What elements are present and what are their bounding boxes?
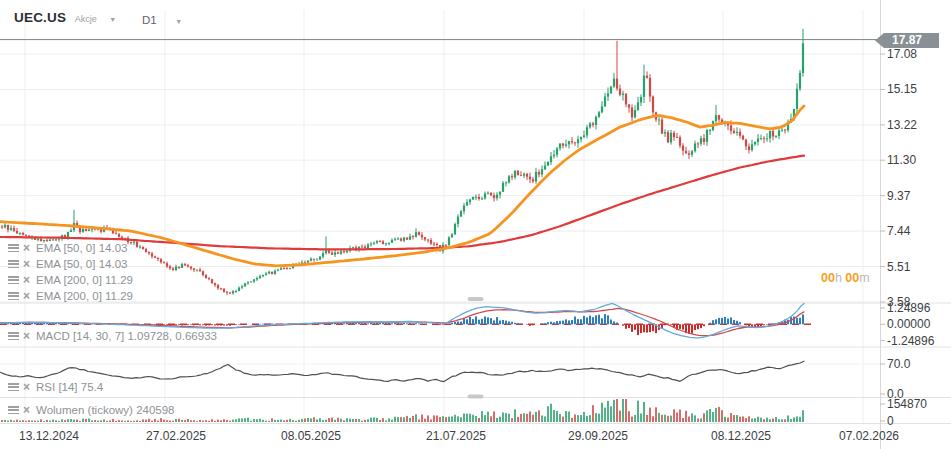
volume-indicator-row: × Wolumen (tickowy) 240598 [8,403,175,417]
macd-axis-label: -1.24896 [887,334,934,348]
date-axis-label: 29.09.2025 [568,429,628,443]
price-axis-label: 15.15 [887,82,917,96]
date-axis-label: 13.12.2024 [19,429,79,443]
price-axis-label: 13.22 [887,118,917,132]
macd-indicator-row: × MACD [14, 30, 7] 1.09728, 0.66933 [8,329,217,343]
market-type-label: Akcje [75,14,97,24]
ema-indicator-label[interactable]: EMA [200, 0] 11.29 [34,290,133,302]
indicator-remove-icon[interactable]: × [23,291,30,301]
macd-indicator-label[interactable]: MACD [14, 30, 7] 1.09728, 0.66933 [34,330,217,342]
indicator-settings-icon[interactable] [8,276,19,284]
ema-indicator-label[interactable]: EMA [50, 0] 14.03 [34,258,127,270]
rsi-axis-label: 70.0 [887,357,910,371]
date-axis-label: 08.05.2025 [281,429,341,443]
indicator-settings-icon[interactable] [8,383,19,391]
countdown-hours: 00 [821,271,835,285]
macd-axis-label: 1.24896 [887,301,930,315]
price-axis-label: 5.51 [887,260,910,274]
date-axis-label: 08.12.2025 [711,429,771,443]
countdown-hours-unit: h [835,271,842,285]
symbol-name[interactable]: UEC.US [14,10,66,25]
countdown-minutes-unit: m [859,271,869,285]
macd-axis-label: 0.00000 [887,317,930,331]
volume-indicator-label[interactable]: Wolumen (tickowy) 240598 [34,404,175,416]
indicator-settings-icon[interactable] [8,244,19,252]
indicator-remove-icon[interactable]: × [23,382,30,392]
date-axis-label: 27.02.2025 [146,429,206,443]
chart-canvas[interactable] [0,0,951,449]
rsi-indicator-row: × RSI [14] 75.4 [8,380,103,394]
indicator-remove-icon[interactable]: × [23,405,30,415]
indicator-settings-icon[interactable] [8,260,19,268]
indicator-remove-icon[interactable]: × [23,243,30,253]
indicator-remove-icon[interactable]: × [23,275,30,285]
ema-indicator-label[interactable]: EMA [50, 0] 14.03 [34,242,127,254]
price-axis-label: 11.30 [887,153,916,167]
ema-indicator-row: ×EMA [200, 0] 11.29 [8,289,133,303]
timeframe-value[interactable]: D1 [142,14,157,26]
timeframe-selector[interactable]: D1 ▼ [142,10,182,28]
countdown-minutes: 00 [845,271,859,285]
price-axis-label: 7.44 [887,224,910,238]
symbol-dropdown-caret-icon[interactable]: ▼ [109,16,116,23]
trading-chart-window: UEC.US Akcje ▼ D1 ▼ ×EMA [50, 0] 14.03×E… [0,0,951,449]
ema-indicator-row: ×EMA [200, 0] 11.29 [8,273,133,287]
session-countdown: 00h 00m [821,271,870,285]
header: UEC.US Akcje ▼ [14,8,116,26]
ema-indicator-row: ×EMA [50, 0] 14.03 [8,257,127,271]
rsi-indicator-label[interactable]: RSI [14] 75.4 [34,381,103,393]
ema-indicator-label[interactable]: EMA [200, 0] 11.29 [34,274,133,286]
timeframe-dropdown-caret-icon[interactable]: ▼ [175,18,182,25]
indicator-settings-icon[interactable] [8,406,19,414]
last-price-badge: 17.87 [875,33,939,48]
price-axis-label: 17.08 [887,47,917,61]
date-axis-label: 21.07.2025 [426,429,486,443]
indicator-settings-icon[interactable] [8,292,19,300]
indicator-remove-icon[interactable]: × [23,331,30,341]
volume-axis-label: 154870 [887,397,927,411]
volume-axis-label: 0 [887,414,894,428]
indicator-settings-icon[interactable] [8,332,19,340]
price-axis-label: 9.37 [887,189,910,203]
date-axis-label: 07.02.2026 [839,429,899,443]
ema-indicator-row: ×EMA [50, 0] 14.03 [8,241,127,255]
indicator-remove-icon[interactable]: × [23,259,30,269]
